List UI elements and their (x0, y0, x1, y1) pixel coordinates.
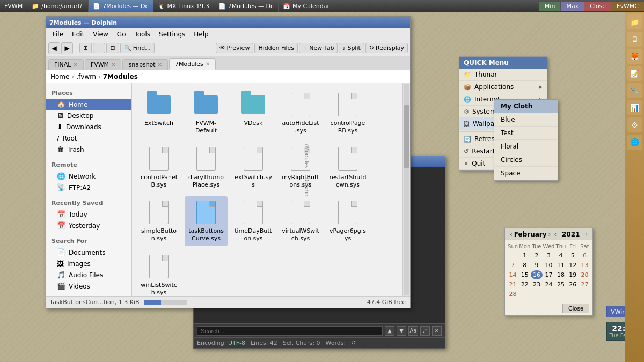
panel-yesterday[interactable]: 📅 Yesterday (46, 220, 131, 231)
wallpaper-floral[interactable]: Floral (494, 140, 558, 153)
close-button[interactable]: Close (584, 2, 611, 11)
editor-search-input[interactable] (197, 326, 383, 336)
sidebar-icon-4[interactable]: 📝 (627, 66, 642, 81)
panel-root[interactable]: / Root (46, 132, 131, 144)
back-button[interactable]: ◀ (48, 42, 60, 54)
panel-audio[interactable]: 🎵 Audio Files (46, 269, 131, 280)
file-autohidelist[interactable]: autoHideList.sys (279, 88, 322, 138)
file-virtualw[interactable]: virtualWSwitch.sys (279, 196, 322, 246)
tab-fvwm[interactable]: FVWM ✕ (85, 59, 122, 70)
cal-day-3[interactable]: 3 (543, 251, 555, 260)
cal-day-15[interactable]: 15 (519, 270, 530, 279)
wallpaper-space[interactable]: Space (494, 167, 558, 180)
wallpaper-circles[interactable]: Circles (494, 153, 558, 167)
qm-thunar[interactable]: 📁 Thunar (459, 69, 547, 81)
menu-tools[interactable]: Tools (130, 29, 155, 39)
cal-day-24[interactable]: 24 (543, 280, 555, 289)
file-controlpanelb[interactable]: controlPanelB.sys (137, 143, 180, 193)
cal-day-12[interactable]: 12 (567, 261, 579, 270)
menu-settings[interactable]: Settings (155, 29, 189, 39)
tab-snapshot-close[interactable]: ✕ (158, 62, 162, 68)
cal-day-5[interactable]: 5 (567, 251, 579, 260)
file-extswitch[interactable]: ExtSwitch (137, 88, 180, 138)
tab-7modules-close[interactable]: ✕ (206, 61, 210, 67)
cal-day-6[interactable]: 6 (579, 251, 590, 260)
cal-day-18[interactable]: 18 (555, 270, 566, 279)
cal-day-20[interactable]: 20 (579, 270, 590, 279)
wallpaper-mycloth[interactable]: My Cloth (494, 100, 558, 113)
cal-day-8[interactable]: 8 (519, 261, 530, 270)
compact-view-btn[interactable]: ⊟ (106, 43, 119, 53)
sidebar-icon-7[interactable]: ⚙ (627, 117, 642, 132)
panel-ftp[interactable]: 📡 FTP:A2 (46, 182, 131, 193)
forward-button[interactable]: ▶ (61, 42, 73, 54)
taskbar-calendar[interactable]: 📅 My Calendar (279, 0, 334, 12)
cal-day-26[interactable]: 26 (567, 280, 579, 289)
split-button[interactable]: ⫾ Split (339, 43, 364, 53)
detail-view-btn[interactable]: ≡ (93, 43, 105, 53)
file-vdesk[interactable]: VDesk (232, 88, 275, 138)
file-diarythumb[interactable]: diaryThumbPlace.sys (185, 143, 228, 193)
cal-close-button[interactable]: Close (562, 304, 589, 313)
sidebar-icon-3[interactable]: 🦊 (627, 49, 642, 64)
cal-day-4[interactable]: 4 (555, 251, 566, 260)
cal-day-22[interactable]: 22 (519, 280, 530, 289)
new-tab-button[interactable]: + New Tab (299, 43, 338, 53)
panel-downloads[interactable]: ⬇ Downloads (46, 121, 131, 132)
cal-next-month[interactable]: › (547, 231, 553, 238)
tab-final-close[interactable]: ✕ (73, 62, 77, 68)
panel-images[interactable]: 🖼 Images (46, 258, 131, 269)
search-next-btn[interactable]: ▼ (397, 326, 406, 336)
taskbar-mx[interactable]: 🐧 MX Linux 19.3 (153, 0, 214, 12)
panel-documents[interactable]: 📄 Documents (46, 247, 131, 258)
file-vpager[interactable]: vPager6pg.sys (326, 196, 369, 246)
icon-view-btn[interactable]: ⊞ (79, 43, 92, 53)
wallpaper-test[interactable]: Test (494, 127, 558, 140)
cal-day-9[interactable]: 9 (531, 261, 542, 270)
taskbar-7modules[interactable]: 📄 7Modules — Dc (89, 0, 153, 12)
file-myrightbtn[interactable]: myRightButtons.sys (279, 143, 322, 193)
file-winlist[interactable]: winListSwitch.sys (137, 250, 180, 296)
taskbar-fvwm[interactable]: FVWM (0, 0, 27, 12)
file-timeday[interactable]: timeDayButton.sys (232, 196, 275, 246)
tab-snapshot[interactable]: snapshot ✕ (122, 59, 168, 70)
vertical-scrollbar[interactable] (402, 83, 410, 296)
breadcrumb-7modules[interactable]: 7Modules (103, 73, 138, 80)
search-close-btn[interactable]: ✕ (432, 326, 442, 336)
cal-day-14[interactable]: 14 (507, 270, 518, 279)
find-button[interactable]: 🔍 Find... (120, 43, 155, 53)
breadcrumb-home[interactable]: Home (50, 73, 69, 80)
menu-help[interactable]: Help (189, 29, 213, 39)
cal-day-16-today[interactable]: 16 (531, 270, 542, 279)
minimize-button[interactable]: Min (539, 2, 561, 11)
cal-day-27[interactable]: 27 (579, 280, 590, 289)
file-simplebtn[interactable]: simpleButton.sys (137, 196, 180, 246)
file-restartshut[interactable]: restartShutdown.sys (326, 143, 369, 193)
redisplay-button[interactable]: ↻ Redisplay (365, 43, 408, 53)
sidebar-icon-5[interactable]: 🔧 (627, 83, 642, 98)
cal-day-25[interactable]: 25 (555, 280, 566, 289)
sidebar-icon-1[interactable]: 📁 (627, 14, 642, 29)
tab-7modules[interactable]: 7Modules ✕ (169, 58, 216, 70)
panel-network[interactable]: 🌐 Network (46, 171, 131, 182)
cal-day-10[interactable]: 10 (543, 261, 555, 270)
search-prev-btn[interactable]: ▲ (385, 326, 394, 336)
cal-day-17[interactable]: 17 (543, 270, 555, 279)
search-case-btn[interactable]: Aa (408, 326, 418, 336)
file-controlpagerb[interactable]: controlPageRB.sys (326, 88, 369, 138)
sidebar-icon-2[interactable]: 🖥 (627, 32, 642, 47)
tab-fvwm-close[interactable]: ✕ (111, 62, 115, 68)
qm-applications[interactable]: 📦 Applications (459, 81, 547, 93)
sidebar-icon-8[interactable]: 🌐 (627, 135, 642, 150)
panel-trash[interactable]: 🗑 Trash (46, 144, 131, 155)
menu-edit[interactable]: Edit (68, 29, 89, 39)
scroll-thumb[interactable] (404, 105, 409, 168)
taskbar-7modules2[interactable]: 📄 7Modules — Dc (214, 0, 279, 12)
maximize-button[interactable]: Max (560, 2, 584, 11)
wallpaper-blue[interactable]: Blue (494, 113, 558, 127)
cal-day-1[interactable]: 1 (519, 251, 530, 260)
cal-day-21[interactable]: 21 (507, 280, 518, 289)
cal-day-11[interactable]: 11 (555, 261, 566, 270)
file-taskbtnscurve[interactable]: taskButtonsCurve.sys (185, 196, 228, 246)
panel-desktop[interactable]: 🖥 Desktop (46, 110, 131, 121)
